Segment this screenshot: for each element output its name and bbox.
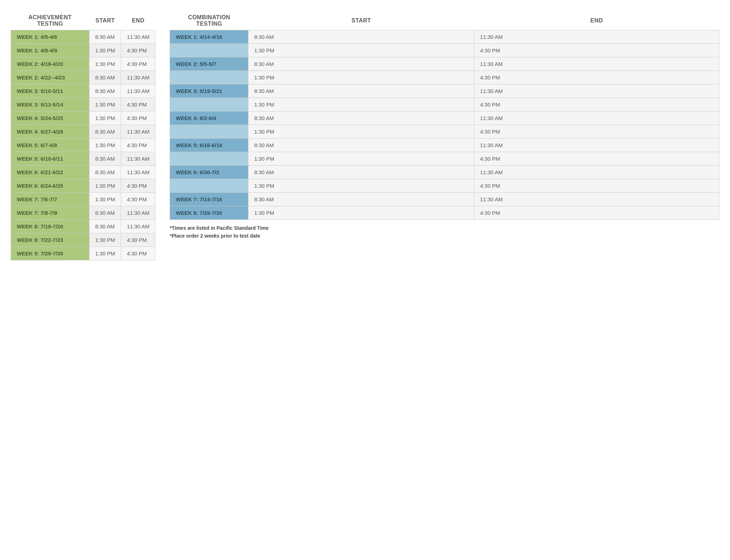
end-time: 11:30 AM xyxy=(121,166,155,179)
week-cell: WEEK 1: 4/5-4/6 xyxy=(11,30,89,44)
week-cell: WEEK 8: 7/28-7/30 xyxy=(170,206,248,220)
start-time: 8:30 AM xyxy=(89,206,121,220)
week-cell: WEEK 3: 5/13-5/14 xyxy=(11,98,89,112)
table-row: WEEK 5: 6/10-6/118:30 AM11:30 AM xyxy=(11,152,155,166)
week-cell: WEEK 1: 4/8-4/9 xyxy=(11,44,89,57)
tables-container: ACHIEVEMENT TESTING START END WEEK 1: 4/… xyxy=(11,11,719,260)
start-time: 1:30 PM xyxy=(89,247,121,260)
end-time: 11:30 AM xyxy=(474,84,719,98)
start-time: 8:30 AM xyxy=(248,84,474,98)
week-cell: WEEK 6: 6/21-6/22 xyxy=(11,166,89,179)
table-row: 1:30 PM4:30 PM xyxy=(170,152,719,166)
combination-end-header: END xyxy=(474,11,719,30)
table-row: WEEK 1: 4/8-4/91:30 PM4:30 PM xyxy=(11,44,155,57)
table-row: WEEK 6: 6/30-7/28:30 AM11:30 AM xyxy=(170,166,719,179)
start-time: 1:30 PM xyxy=(248,152,474,166)
start-time: 1:30 PM xyxy=(248,71,474,84)
start-time: 8:30 AM xyxy=(89,166,121,179)
start-time: 8:30 AM xyxy=(89,125,121,139)
week-cell: WEEK 9: 7/29-7/30 xyxy=(11,247,89,260)
table-row: WEEK 2: 4/19-4/201:30 PM4:30 PM xyxy=(11,57,155,71)
end-time: 4:30 PM xyxy=(121,233,155,247)
end-time: 4:30 PM xyxy=(474,98,719,112)
end-time: 4:30 PM xyxy=(121,247,155,260)
table-row: WEEK 8: 7/28-7/301:30 PM4:30 PM xyxy=(170,206,719,220)
footnote-2: *Place order 2 weeks prior to test date xyxy=(170,232,719,240)
table-row: WEEK 7: 7/8-7/98:30 AM11:30 AM xyxy=(11,206,155,220)
start-time: 1:30 PM xyxy=(248,206,474,220)
end-time: 4:30 PM xyxy=(474,71,719,84)
end-time: 4:30 PM xyxy=(121,193,155,206)
start-time: 1:30 PM xyxy=(248,179,474,193)
start-time: 8:30 AM xyxy=(248,57,474,71)
end-time: 11:30 AM xyxy=(121,206,155,220)
start-time: 1:30 PM xyxy=(89,139,121,152)
combination-section: COMBINATION TESTING START END WEEK 1: 4/… xyxy=(170,11,719,240)
combination-title: COMBINATION TESTING xyxy=(170,11,248,30)
week-cell: WEEK 7: 7/6-7/7 xyxy=(11,193,89,206)
table-row: WEEK 8: 7/19-7/208:30 AM11:30 AM xyxy=(11,220,155,233)
end-time: 11:30 AM xyxy=(121,71,155,84)
week-cell: WEEK 7: 7/14-7/16 xyxy=(170,193,248,206)
end-time: 4:30 PM xyxy=(121,44,155,57)
achievement-title: ACHIEVEMENT TESTING xyxy=(11,11,89,30)
end-time: 4:30 PM xyxy=(474,152,719,166)
start-time: 1:30 PM xyxy=(89,57,121,71)
table-row: WEEK 8: 7/22-7/231:30 PM4:30 PM xyxy=(11,233,155,247)
end-time: 11:30 AM xyxy=(121,84,155,98)
start-time: 8:30 AM xyxy=(248,193,474,206)
week-cell: WEEK 2: 4/22--4/23 xyxy=(11,71,89,84)
table-row: WEEK 4: 5/24-5/251:30 PM4:30 PM xyxy=(11,112,155,125)
table-row: WEEK 4: 5/27-4/288:30 AM11:30 AM xyxy=(11,125,155,139)
week-cell xyxy=(170,179,248,193)
start-time: 8:30 AM xyxy=(248,112,474,125)
week-cell xyxy=(170,44,248,57)
end-time: 11:30 AM xyxy=(474,57,719,71)
end-time: 11:30 AM xyxy=(474,112,719,125)
end-time: 4:30 PM xyxy=(121,57,155,71)
week-cell: WEEK 6: 6/30-7/2 xyxy=(170,166,248,179)
end-time: 4:30 PM xyxy=(121,98,155,112)
start-time: 1:30 PM xyxy=(89,233,121,247)
start-time: 1:30 PM xyxy=(248,98,474,112)
end-time: 11:30 AM xyxy=(474,30,719,44)
end-time: 4:30 PM xyxy=(474,44,719,57)
table-row: 1:30 PM4:30 PM xyxy=(170,179,719,193)
week-cell: WEEK 5: 6/16-6/18 xyxy=(170,139,248,152)
table-row: WEEK 5: 6/16-6/188:30 AM11:30 AM xyxy=(170,139,719,152)
start-time: 1:30 PM xyxy=(89,98,121,112)
combination-table: COMBINATION TESTING START END WEEK 1: 4/… xyxy=(170,11,719,220)
table-row: WEEK 2: 4/22--4/238:30 AM11:30 AM xyxy=(11,71,155,84)
table-row: 1:30 PM4:30 PM xyxy=(170,98,719,112)
table-row: WEEK 6: 6/24-6/251:30 PM4:30 PM xyxy=(11,179,155,193)
start-time: 8:30 AM xyxy=(89,220,121,233)
end-time: 11:30 AM xyxy=(121,152,155,166)
achievement-table: ACHIEVEMENT TESTING START END WEEK 1: 4/… xyxy=(11,11,155,260)
table-row: 1:30 PM4:30 PM xyxy=(170,125,719,139)
week-cell: WEEK 5: 6/7-6/8 xyxy=(11,139,89,152)
table-row: WEEK 1: 4/14-4/168:30 AM11:30 AM xyxy=(170,30,719,44)
table-row: WEEK 3: 5/19-5/218:30 AM11:30 AM xyxy=(170,84,719,98)
start-time: 8:30 AM xyxy=(89,152,121,166)
table-row: WEEK 7: 7/14-7/168:30 AM11:30 AM xyxy=(170,193,719,206)
start-time: 1:30 PM xyxy=(89,44,121,57)
week-cell: WEEK 6: 6/24-6/25 xyxy=(11,179,89,193)
end-time: 11:30 AM xyxy=(474,166,719,179)
footnote-1: *Times are listed in Pacific Standard Ti… xyxy=(170,224,719,232)
week-cell: WEEK 4: 6/2-6/4 xyxy=(170,112,248,125)
achievement-start-header: START xyxy=(89,11,121,30)
end-time: 11:30 AM xyxy=(121,125,155,139)
end-time: 4:30 PM xyxy=(474,206,719,220)
week-cell: WEEK 2: 5/5-5/7 xyxy=(170,57,248,71)
start-time: 1:30 PM xyxy=(248,125,474,139)
table-row: WEEK 6: 6/21-6/228:30 AM11:30 AM xyxy=(11,166,155,179)
table-row: WEEK 4: 6/2-6/48:30 AM11:30 AM xyxy=(170,112,719,125)
table-row: WEEK 9: 7/29-7/301:30 PM4:30 PM xyxy=(11,247,155,260)
week-cell: WEEK 3: 5/10-5/11 xyxy=(11,84,89,98)
table-row: 1:30 PM4:30 PM xyxy=(170,71,719,84)
table-row: WEEK 7: 7/6-7/71:30 PM4:30 PM xyxy=(11,193,155,206)
end-time: 4:30 PM xyxy=(121,139,155,152)
week-cell xyxy=(170,125,248,139)
week-cell xyxy=(170,98,248,112)
week-cell: WEEK 8: 7/22-7/23 xyxy=(11,233,89,247)
